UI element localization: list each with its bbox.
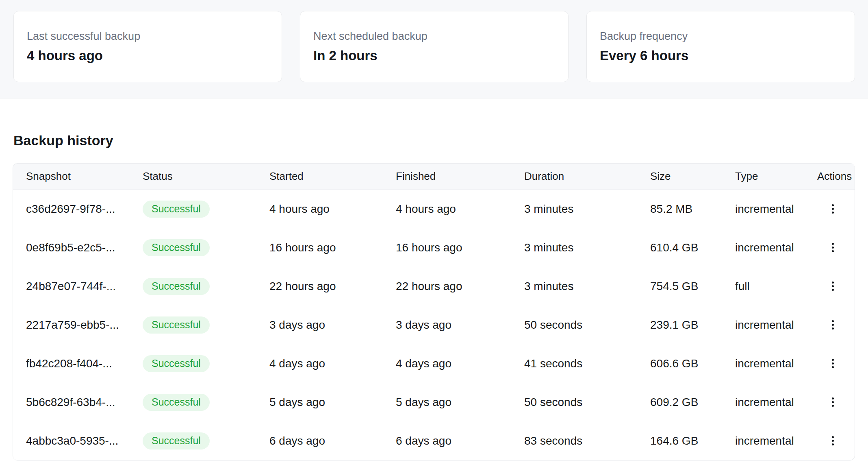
type-cell: incremental bbox=[735, 203, 817, 216]
status-cell: Successful bbox=[143, 278, 269, 295]
row-actions-button[interactable] bbox=[828, 201, 838, 217]
status-cell: Successful bbox=[143, 201, 269, 218]
snapshot-id: 0e8f69b5-e2c5-... bbox=[26, 241, 143, 254]
column-header-status: Status bbox=[143, 170, 269, 183]
finished-cell: 6 days ago bbox=[396, 434, 524, 447]
card-value: 4 hours ago bbox=[27, 48, 282, 63]
finished-cell: 4 hours ago bbox=[396, 203, 524, 216]
size-cell: 85.2 MB bbox=[650, 203, 735, 216]
status-cell: Successful bbox=[143, 432, 269, 450]
row-actions-button[interactable] bbox=[828, 433, 838, 449]
card-value: In 2 hours bbox=[313, 48, 568, 63]
duration-cell: 41 seconds bbox=[524, 357, 650, 370]
snapshot-id: fb42c208-f404-... bbox=[26, 357, 143, 370]
status-cell: Successful bbox=[143, 316, 269, 334]
kebab-menu-icon bbox=[832, 397, 834, 407]
started-cell: 22 hours ago bbox=[269, 280, 396, 293]
card-last-successful-backup: Last successful backup 4 hours ago bbox=[13, 11, 282, 82]
table-row: 24b87e07-744f-... Successful 22 hours ag… bbox=[13, 267, 855, 306]
type-cell: incremental bbox=[735, 241, 817, 254]
table-row: 5b6c829f-63b4-... Successful 5 days ago … bbox=[13, 383, 855, 421]
started-cell: 4 hours ago bbox=[269, 203, 396, 216]
started-cell: 16 hours ago bbox=[269, 241, 396, 254]
duration-cell: 50 seconds bbox=[524, 319, 650, 332]
column-header-type: Type bbox=[735, 170, 817, 183]
actions-cell bbox=[817, 278, 848, 294]
status-cell: Successful bbox=[143, 355, 269, 372]
snapshot-id: 4abbc3a0-5935-... bbox=[26, 434, 143, 447]
duration-cell: 3 minutes bbox=[524, 280, 650, 293]
duration-cell: 50 seconds bbox=[524, 396, 650, 409]
started-cell: 3 days ago bbox=[269, 319, 396, 332]
kebab-menu-icon bbox=[832, 282, 834, 291]
row-actions-button[interactable] bbox=[828, 394, 838, 410]
main-content: Backup history Snapshot Status Started F… bbox=[0, 133, 868, 460]
status-badge: Successful bbox=[143, 201, 210, 218]
status-cell: Successful bbox=[143, 239, 269, 256]
started-cell: 5 days ago bbox=[269, 396, 396, 409]
backup-history-table: Snapshot Status Started Finished Duratio… bbox=[13, 163, 855, 460]
table-row: 2217a759-ebb5-... Successful 3 days ago … bbox=[13, 306, 855, 344]
table-header-row: Snapshot Status Started Finished Duratio… bbox=[13, 164, 855, 190]
kebab-menu-icon bbox=[832, 243, 834, 252]
status-badge: Successful bbox=[143, 316, 210, 334]
table-row: c36d2697-9f78-... Successful 4 hours ago… bbox=[13, 190, 855, 228]
column-header-finished: Finished bbox=[396, 170, 524, 183]
size-cell: 164.6 GB bbox=[650, 434, 735, 447]
finished-cell: 22 hours ago bbox=[396, 280, 524, 293]
type-cell: full bbox=[735, 280, 817, 293]
finished-cell: 4 days ago bbox=[396, 357, 524, 370]
row-actions-button[interactable] bbox=[828, 278, 838, 294]
status-badge: Successful bbox=[143, 432, 210, 450]
summary-cards-row: Last successful backup 4 hours ago Next … bbox=[0, 0, 868, 82]
actions-cell bbox=[817, 201, 848, 217]
row-actions-button[interactable] bbox=[828, 356, 838, 371]
actions-cell bbox=[817, 356, 848, 371]
started-cell: 4 days ago bbox=[269, 357, 396, 370]
started-cell: 6 days ago bbox=[269, 434, 396, 447]
column-header-actions: Actions bbox=[817, 170, 852, 183]
type-cell: incremental bbox=[735, 396, 817, 409]
duration-cell: 3 minutes bbox=[524, 203, 650, 216]
card-next-scheduled-backup: Next scheduled backup In 2 hours bbox=[300, 11, 569, 82]
snapshot-id: 5b6c829f-63b4-... bbox=[26, 396, 143, 409]
actions-cell bbox=[817, 317, 848, 333]
size-cell: 610.4 GB bbox=[650, 241, 735, 254]
card-backup-frequency: Backup frequency Every 6 hours bbox=[586, 11, 855, 82]
column-header-size: Size bbox=[650, 170, 735, 183]
table-row: 4abbc3a0-5935-... Successful 6 days ago … bbox=[13, 421, 855, 460]
size-cell: 609.2 GB bbox=[650, 396, 735, 409]
kebab-menu-icon bbox=[832, 359, 834, 368]
size-cell: 239.1 GB bbox=[650, 319, 735, 332]
size-cell: 754.5 GB bbox=[650, 280, 735, 293]
snapshot-id: c36d2697-9f78-... bbox=[26, 203, 143, 216]
card-label: Next scheduled backup bbox=[313, 30, 568, 43]
page-title: Backup history bbox=[13, 133, 855, 148]
table-row: 0e8f69b5-e2c5-... Successful 16 hours ag… bbox=[13, 228, 855, 267]
size-cell: 606.6 GB bbox=[650, 357, 735, 370]
summary-strip: Last successful backup 4 hours ago Next … bbox=[0, 0, 868, 98]
snapshot-id: 24b87e07-744f-... bbox=[26, 280, 143, 293]
duration-cell: 83 seconds bbox=[524, 434, 650, 447]
column-header-duration: Duration bbox=[524, 170, 650, 183]
kebab-menu-icon bbox=[832, 436, 834, 445]
column-header-snapshot: Snapshot bbox=[26, 170, 143, 183]
card-label: Last successful backup bbox=[27, 30, 282, 43]
actions-cell bbox=[817, 394, 848, 410]
row-actions-button[interactable] bbox=[828, 240, 838, 255]
card-label: Backup frequency bbox=[600, 30, 855, 43]
duration-cell: 3 minutes bbox=[524, 241, 650, 254]
status-cell: Successful bbox=[143, 394, 269, 411]
type-cell: incremental bbox=[735, 434, 817, 447]
type-cell: incremental bbox=[735, 357, 817, 370]
row-actions-button[interactable] bbox=[828, 317, 838, 333]
kebab-menu-icon bbox=[832, 320, 834, 330]
table-row: fb42c208-f404-... Successful 4 days ago … bbox=[13, 344, 855, 383]
kebab-menu-icon bbox=[832, 204, 834, 214]
actions-cell bbox=[817, 433, 848, 449]
type-cell: incremental bbox=[735, 319, 817, 332]
status-badge: Successful bbox=[143, 394, 210, 411]
finished-cell: 16 hours ago bbox=[396, 241, 524, 254]
status-badge: Successful bbox=[143, 239, 210, 256]
column-header-started: Started bbox=[269, 170, 396, 183]
